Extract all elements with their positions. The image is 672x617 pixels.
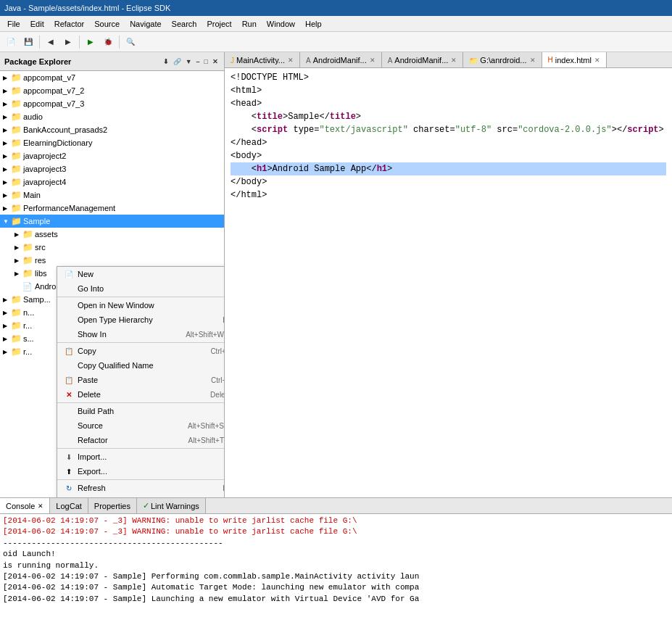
cm-delete-shortcut: Delete <box>210 391 225 399</box>
toolbar-new[interactable]: 📄 <box>3 34 19 50</box>
menu-edit[interactable]: Edit <box>26 18 49 30</box>
menu-help[interactable]: Help <box>301 18 326 30</box>
cm-delete-label: Delete <box>78 390 101 399</box>
cm-new[interactable]: 📄 New ▶ <box>57 267 225 281</box>
cm-copyqualified[interactable]: Copy Qualified Name <box>57 358 225 373</box>
cm-closeproject[interactable]: Close Project <box>57 495 225 497</box>
pkg-menu[interactable]: ▼ <box>184 57 194 66</box>
code-line-10: </html> <box>231 189 666 202</box>
tab-indexhtml[interactable]: H index.html ✕ <box>542 52 607 68</box>
console-output: [2014-06-02 14:19:07 - _3] WARNING: unab… <box>0 514 672 617</box>
tab-androidmanif2-close[interactable]: ✕ <box>451 57 457 64</box>
cm-import[interactable]: ⬇ Import... <box>57 450 225 464</box>
tree-item-bankaccount[interactable]: ▶ 📁 BankAccount_prasads2 <box>0 123 224 136</box>
tab-androidmanif2[interactable]: A AndroidManif... ✕ <box>382 52 464 68</box>
bottom-tab-properties[interactable]: Properties <box>88 498 137 513</box>
cm-refresh[interactable]: ↻ Refresh F5 <box>57 481 225 495</box>
tree-item-javaproject3[interactable]: ▶ 📁 javaproject3 <box>0 162 224 175</box>
tree-label: Sample <box>23 217 50 225</box>
tab-indexhtml-close[interactable]: ✕ <box>594 57 600 64</box>
cm-copy-icon: 📋 <box>63 346 75 356</box>
tab-ganrdroid-close[interactable]: ✕ <box>530 57 536 64</box>
context-menu: 📄 New ▶ Go Into Open in New Window <box>57 266 225 497</box>
toolbar-debug[interactable]: 🐞 <box>100 34 116 50</box>
cm-new-label: New <box>78 270 94 278</box>
menu-refactor[interactable]: Refactor <box>50 18 89 30</box>
menu-window[interactable]: Window <box>262 18 299 30</box>
cm-paste[interactable]: 📋 Paste Ctrl+V <box>57 373 225 387</box>
toolbar-sep2 <box>79 36 80 49</box>
bottom-tab-logcat[interactable]: LogCat <box>50 498 88 513</box>
menu-source[interactable]: Source <box>90 18 124 30</box>
tree-item-sample-sub2[interactable]: ▶ 📁 src <box>0 241 224 254</box>
toolbar-save[interactable]: 💾 <box>20 34 36 50</box>
cm-openwindow[interactable]: Open in New Window <box>57 298 225 312</box>
bottom-tab-console[interactable]: Console ✕ <box>0 498 50 513</box>
pkg-min[interactable]: – <box>195 57 202 66</box>
cm-sep2 <box>57 342 225 343</box>
pkg-collapse[interactable]: ⬇ <box>162 57 170 66</box>
cm-export[interactable]: ⬆ Export... <box>57 464 225 479</box>
tree-label: appcompat_v7_2 <box>23 86 84 95</box>
menu-run[interactable]: Run <box>238 18 261 30</box>
cm-copy[interactable]: 📋 Copy Ctrl+C <box>57 344 225 358</box>
tab-androidmanif1-close[interactable]: ✕ <box>370 57 376 64</box>
cm-refactor[interactable]: Refactor Alt+Shift+T ▶ <box>57 433 225 447</box>
menu-project[interactable]: Project <box>202 18 236 30</box>
menu-search[interactable]: Search <box>167 18 202 30</box>
code-line-5: <script type="text/javascript" charset="… <box>231 123 666 136</box>
tab-xml-icon1: A <box>306 57 311 65</box>
console-line-6: [2014-06-02 14:19:07 - Sample] Performin… <box>3 571 669 582</box>
pkg-max[interactable]: □ <box>203 57 210 66</box>
tree-item-appcompat-v7[interactable]: ▶ 📁 appcompat_v7 <box>0 71 224 84</box>
pkg-close[interactable]: ✕ <box>211 57 220 66</box>
toolbar-back[interactable]: ◀ <box>43 34 59 50</box>
cm-source[interactable]: Source Alt+Shift+S ▶ <box>57 418 225 433</box>
tree-label: Main <box>23 191 41 199</box>
tree-item-sample-sub1[interactable]: ▶ 📁 assets <box>0 228 224 241</box>
cm-openwindow-label: Open in New Window <box>78 301 154 310</box>
tree-item-audio[interactable]: ▶ 📁 audio <box>0 110 224 123</box>
pkg-link[interactable]: 🔗 <box>172 57 183 66</box>
tree-item-javaproject4[interactable]: ▶ 📁 javaproject4 <box>0 175 224 189</box>
tab-mainactivity-label: MainActivity... <box>236 56 285 65</box>
cm-gointo[interactable]: Go Into <box>57 281 225 296</box>
toolbar-run[interactable]: ▶ <box>83 34 99 50</box>
tab-mainactivity[interactable]: J MainActivity... ✕ <box>225 52 300 68</box>
toolbar-forward[interactable]: ▶ <box>60 34 76 50</box>
cm-export-label: Export... <box>78 467 107 476</box>
cm-delete[interactable]: ✕ Delete Delete <box>57 387 225 402</box>
console-line-1: [2014-06-02 14:19:07 - _3] WARNING: unab… <box>3 515 669 526</box>
tab-ganrdroid[interactable]: 📁 G:\anrdroid... ✕ <box>463 52 542 68</box>
cm-refactor-icon <box>63 435 75 445</box>
bottom-tab-console-close[interactable]: ✕ <box>38 502 43 510</box>
tree-item-sample[interactable]: ▼ 📁 Sample <box>0 215 224 228</box>
tree-item-performancemgmt[interactable]: ▶ 📁 PerformanceManagement <box>0 202 224 215</box>
tab-mainactivity-close[interactable]: ✕ <box>288 57 294 64</box>
cm-buildpath[interactable]: Build Path ▶ <box>57 404 225 418</box>
content-area: Package Explorer ⬇ 🔗 ▼ – □ ✕ ▶ 📁 appcomp… <box>0 52 672 497</box>
cm-buildpath-label: Build Path <box>78 407 114 415</box>
tree-label: r... <box>23 347 32 356</box>
tree-item-javaproject2[interactable]: ▶ 📁 javaproject2 <box>0 149 224 162</box>
tree-item-appcompat-v7-2[interactable]: ▶ 📁 appcompat_v7_2 <box>0 84 224 97</box>
cm-refresh-label: Refresh <box>78 484 106 492</box>
tree-item-main[interactable]: ▶ 📁 Main <box>0 189 224 202</box>
bottom-tab-properties-label: Properties <box>94 502 130 510</box>
menu-navigate[interactable]: Navigate <box>125 18 165 30</box>
cm-refactor-label: Refactor <box>78 436 108 444</box>
tree-item-elearning[interactable]: ▶ 📁 ElearningDictionary <box>0 136 224 149</box>
code-editor[interactable]: <!DOCTYPE HTML> <html> <head> <title>Sam… <box>225 68 672 497</box>
cm-showin[interactable]: Show In Alt+Shift+W ▶ <box>57 327 225 341</box>
tab-androidmanif2-label: AndroidManif... <box>394 56 448 65</box>
cm-typehierarchy[interactable]: Open Type Hierarchy F4 <box>57 312 225 327</box>
menu-file[interactable]: File <box>3 18 25 30</box>
editor-area: J MainActivity... ✕ A AndroidManif... ✕ … <box>225 52 672 497</box>
bottom-tab-lintwarnings[interactable]: ✓ Lint Warnings <box>137 498 206 513</box>
tree-item-appcompat-v7-3[interactable]: ▶ 📁 appcompat_v7_3 <box>0 97 224 110</box>
tree-item-sample-sub3[interactable]: ▶ 📁 res <box>0 254 224 267</box>
cm-typehierarchy-shortcut: F4 <box>223 316 225 324</box>
tab-androidmanif1[interactable]: A AndroidManif... ✕ <box>300 52 382 68</box>
code-line-2: <html> <box>231 84 666 97</box>
toolbar-search[interactable]: 🔍 <box>123 34 138 50</box>
